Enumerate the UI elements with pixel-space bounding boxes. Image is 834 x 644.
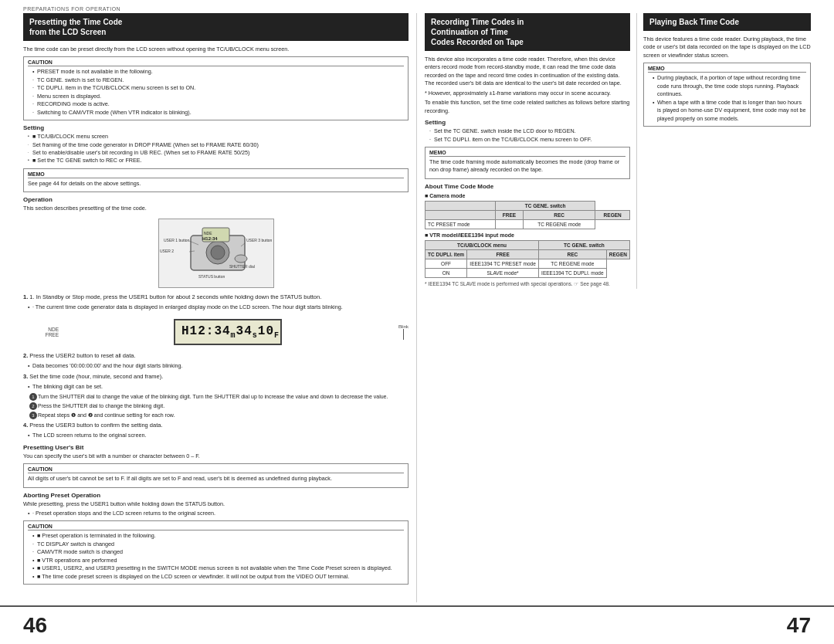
right-memo-box: MEMO The time code framing mode automati…: [425, 147, 630, 179]
top-label: PREPARATIONS FOR OPERATION: [0, 0, 834, 13]
page: PREPARATIONS FOR OPERATION Presetting th…: [0, 0, 834, 644]
caution-item: RECORDING mode is active.: [32, 100, 404, 108]
aborting-sub: · Preset operation stops and the LCD scr…: [23, 510, 409, 517]
content-area: Presetting the Time Code from the LCD Sc…: [0, 13, 834, 602]
table-header: TC/UB/CLOCK menu: [425, 240, 539, 249]
left-section: Presetting the Time Code from the LCD Sc…: [15, 13, 417, 602]
table-header: [425, 201, 496, 210]
table-cell: OFF: [425, 259, 467, 268]
setting-list: ■ TC/UB/CLOCK menu screen Set framing of…: [23, 133, 409, 165]
aborting-heading: Aborting Preset Operation: [23, 492, 409, 499]
step4-sub-item: The LCD screen returns to the original s…: [28, 432, 409, 439]
svg-text:NDE: NDE: [204, 231, 212, 236]
right-setting-heading: Setting: [425, 119, 630, 126]
operation-text: This section describes presetting of the…: [23, 205, 409, 212]
caution3-item: ■ The time code preset screen is display…: [32, 573, 404, 581]
operation-heading: Operation: [23, 196, 409, 203]
setting-item: ■ Set the TC GENE switch to REC or FREE.: [28, 157, 409, 164]
enable-text: To enable this function, set the time co…: [425, 99, 630, 115]
caution3-item: CAM/VTR mode switch is changed: [32, 548, 404, 556]
step1-sub-item: · The current time code generator data i…: [28, 303, 409, 311]
step-1: 1. 1. In Standby or Stop mode, press the…: [23, 293, 409, 302]
svg-text:H12:34: H12:34: [202, 236, 218, 241]
circle-1: 1: [29, 393, 37, 401]
right-col2-intro: This device features a time code reader.…: [643, 36, 811, 59]
table-header: FREE: [496, 210, 524, 219]
caution3-item: ■ VTR operations are performed: [32, 557, 404, 564]
presetting-users-bit-text: You can specify the user's bit with a nu…: [23, 452, 409, 460]
caution3-item: ■ Preset operation is terminated in the …: [32, 532, 404, 540]
memo-item: During playback, if a portion of tape wi…: [653, 74, 806, 98]
lcd-display: H12:34m34s10F: [174, 319, 282, 345]
page-number-left: 46: [23, 613, 47, 638]
memo-title-1: MEMO: [28, 171, 404, 178]
setting-item: ■ TC/UB/CLOCK menu screen: [28, 133, 409, 141]
right-col2-memo-list: During playback, if a portion of tape wi…: [648, 74, 806, 123]
caution-box-3: CAUTION ■ Preset operation is terminated…: [23, 520, 409, 585]
step1-sub: · The current time code generator data i…: [23, 303, 409, 311]
svg-text:USER 1 button: USER 1 button: [164, 238, 190, 242]
step-3: 3. Set the time code (hour, minute, seco…: [23, 373, 409, 381]
table-cell: SLAVE mode*: [467, 268, 539, 277]
caution3-item: ■ USER1, USER2, and USER3 presetting in …: [32, 564, 404, 572]
left-intro: The time code can be preset directly fro…: [23, 46, 409, 53]
caution-list-1: PRESET mode is not available in the foll…: [28, 68, 404, 117]
right-section: Recording Time Codes in Continuation of …: [417, 13, 819, 602]
caution-box-2: CAUTION All digits of user's bit cannot …: [23, 463, 409, 487]
aborting-sub-item: · Preset operation stops and the LCD scr…: [28, 510, 409, 517]
table-header: [425, 210, 496, 219]
memo-item: When a tape with a time code that is lon…: [653, 99, 806, 123]
step3-sub: The blinking digit can be set.: [23, 383, 409, 391]
setting-item: Set to enable/disable user's bit recordi…: [28, 149, 409, 157]
accuracy-note: * However, approximately ±1-frame variat…: [425, 90, 630, 97]
right-col2-memo: MEMO During playback, if a portion of ta…: [643, 63, 811, 127]
right-col2-memo-title: MEMO: [648, 66, 806, 73]
right-memo-text: The time code framing mode automatically…: [429, 158, 626, 175]
about-tc-mode-heading: About Time Code Mode: [425, 183, 630, 190]
aborting-text: While presetting, press the USER1 button…: [23, 500, 409, 508]
right-setting-list: Set the TC GENE. switch inside the LCD d…: [425, 127, 630, 144]
camera-mode-table: TC GENE. switch FREE REC REGEN TC: [425, 201, 630, 229]
table-cell: IEEE1394 TC PRESET mode: [467, 259, 539, 268]
caution-item: PRESET mode is not available in the foll…: [32, 68, 404, 76]
caution-title-2: CAUTION: [28, 466, 404, 473]
vtr-mode-label: ■ VTR model/IEEE1394 input mode: [425, 232, 630, 238]
step2-sub: Data becomes '00:00:00:00' and the hour …: [23, 362, 409, 370]
step-4: 4. Press the USER3 button to confirm the…: [23, 422, 409, 430]
right-col1: Recording Time Codes in Continuation of …: [425, 13, 637, 289]
table-header: REGEN: [595, 210, 630, 219]
right-col1-header: Recording Time Codes in Continuation of …: [425, 13, 630, 51]
caution2-text: All digits of user's bit cannot be set t…: [28, 475, 404, 483]
caution-item: TC GENE. switch is set to REGEN.: [32, 76, 404, 84]
step-2: 2. Press the USER2 button to reset all d…: [23, 352, 409, 361]
caution-item: TC DUPLI. item in the TC/UB/CLOCK menu s…: [32, 84, 404, 92]
table-header: TC GENE. switch: [538, 240, 629, 249]
camera-mode-label: ■ Camera mode: [425, 193, 630, 198]
svg-text:STATUS button: STATUS button: [198, 274, 225, 279]
svg-point-2: [211, 246, 225, 259]
table-header: REGEN: [606, 249, 629, 259]
step3-sub-item: The blinking digit can be set.: [28, 383, 409, 391]
right-setting-item: Set the TC GENE. switch inside the LCD d…: [429, 127, 630, 135]
caution-box-1: CAUTION PRESET mode is not available in …: [23, 56, 409, 120]
memo-text-1: See page 44 for details on the above set…: [28, 180, 404, 188]
table-cell: ON: [425, 268, 467, 277]
memo-box-1: MEMO See page 44 for details on the abov…: [23, 168, 409, 192]
table-header: TC DUPLI. item: [425, 249, 467, 259]
left-section-header: Presetting the Time Code from the LCD Sc…: [23, 13, 409, 41]
right-setting-item: Set TC DUPLI. item on the TC/UB/CLOCK me…: [429, 136, 630, 144]
svg-point-12: [235, 255, 247, 263]
table-cell: IEEE1394 TC DUPLI. mode: [538, 268, 606, 277]
step4-sub: The LCD screen returns to the original s…: [23, 432, 409, 439]
caution-item: Menu screen is displayed.: [32, 93, 404, 100]
caution-item: Switching to CAM/VTR mode (When VTR indi…: [32, 109, 404, 117]
page-number-right: 47: [787, 613, 811, 638]
svg-text:USER 2: USER 2: [160, 249, 174, 253]
presetting-users-bit-heading: Presetting User's Bit: [23, 444, 409, 451]
table-header: TC GENE. switch: [496, 201, 595, 210]
step2-sub-item: Data becomes '00:00:00:00' and the hour …: [28, 362, 409, 370]
caution-title-3: CAUTION: [28, 524, 404, 530]
table-cell: [496, 219, 524, 229]
table-footnote: * IEEE1394 TC SLAVE mode is performed wi…: [425, 280, 630, 287]
vtr-mode-table: TC/UB/CLOCK menu TC GENE. switch TC DUPL…: [425, 240, 630, 278]
